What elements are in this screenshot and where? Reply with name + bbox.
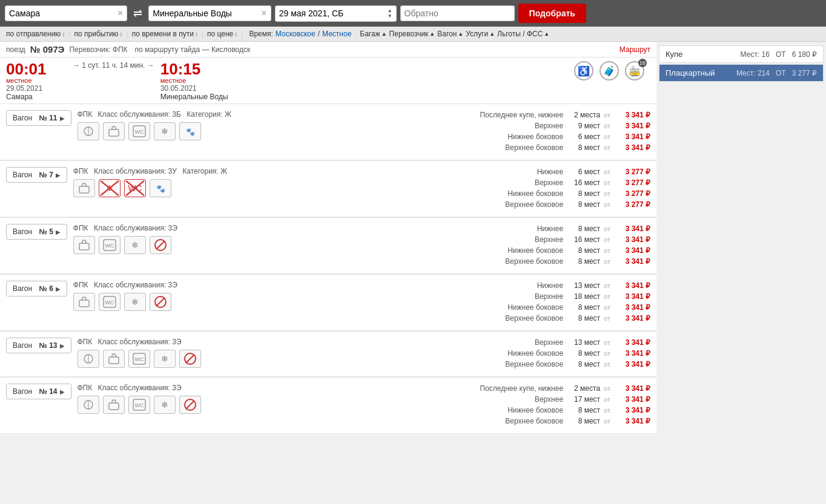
seat-from-label-w14-3: от: [604, 417, 610, 425]
carrier-label: Перевозчик: [389, 30, 429, 38]
departure-city: Самара: [6, 93, 67, 101]
seat-type-w7-1: Верхнее: [484, 178, 563, 187]
wagon-meta-w13: ФПК Класс обслуживания: 3Э: [78, 338, 451, 346]
seat-row-w14-1: Верхнее 17 мест от 3 341 ₽: [457, 394, 650, 404]
wagon-category-w11: Категория: Ж: [187, 110, 231, 119]
seat-from-label-w5-3: от: [604, 258, 610, 265]
seat-row-w5-2: Нижнее боковое 8 мест от 3 341 ₽: [457, 246, 650, 255]
seat-price-w7-0: 3 277 ₽: [614, 168, 650, 176]
carrier-filter[interactable]: Перевозчик ▲: [389, 30, 435, 38]
seat-count-w13-1: 8 мест: [567, 349, 600, 358]
arrival-date: 30.05.2021: [160, 84, 228, 93]
services-filter[interactable]: Услуги ▲: [466, 30, 495, 38]
departure-time: 00:01: [6, 61, 67, 77]
swap-btn[interactable]: ⇌: [131, 5, 145, 21]
svg-line-9: [101, 181, 119, 195]
date-up-btn[interactable]: ▲: [388, 8, 392, 13]
wagon-label-text: Вагон: [13, 114, 32, 122]
from-clear-btn[interactable]: ×: [117, 8, 123, 18]
wagon-icon-bag-1: [103, 350, 125, 368]
wagon-icon-plate-0: [78, 350, 99, 368]
wagon-btn-wrap-w6: Вагон № 6 ▶: [6, 281, 67, 296]
seat-price-w11-1: 3 341 ₽: [614, 122, 650, 130]
seat-count-w13-0: 13 мест: [567, 338, 600, 347]
wagon-button-w14[interactable]: Вагон № 14 ▶: [6, 384, 71, 399]
to-clear-btn[interactable]: ×: [261, 8, 266, 18]
wagon-meta-w11: ФПК Класс обслуживания: 3Б Категория: Ж: [78, 110, 451, 119]
wagon-section-w6: Вагон № 6 ▶ФПК Класс обслуживания: 3ЭWC❄…: [0, 274, 656, 331]
wagon-icon-no-smoke-4: [179, 350, 201, 368]
seat-type-w13-2: Верхнее боковое: [484, 360, 563, 368]
services-label: Услуги: [466, 30, 488, 38]
wagon-service-w13: Класс обслуживания: 3Э: [98, 338, 182, 346]
seat-type-w7-3: Верхнее боковое: [484, 200, 563, 209]
seat-price-w6-1: 3 341 ₽: [614, 292, 650, 301]
wagon-button-w11[interactable]: Вагон № 11 ▶: [6, 110, 71, 126]
sep2: |: [127, 30, 128, 38]
sep1: |: [68, 30, 70, 38]
seat-from-label-w13-1: от: [604, 350, 610, 357]
sep3: |: [202, 30, 203, 38]
seat-type-w11-2: Нижнее боковое: [484, 133, 563, 141]
seat-row-w5-0: Нижнее 8 мест от 3 341 ₽: [457, 224, 650, 234]
seat-type-w6-1: Верхнее: [484, 292, 563, 301]
sort-by-departure[interactable]: по отправлению ↕: [6, 30, 65, 38]
seat-row-w13-1: Нижнее боковое 8 мест от 3 341 ₽: [457, 349, 650, 358]
route-text: по маршруту тайда — Кисловодск: [135, 45, 251, 54]
svg-text:❄: ❄: [131, 240, 139, 250]
wagon-icon-no-snow-1: ❄: [99, 179, 121, 197]
wagon-button-w13[interactable]: Вагон № 13 ▶: [6, 338, 71, 353]
seat-type-w11-0: Последнее купе, нижнее: [480, 111, 564, 119]
wagon-icon-wc-1: WC: [99, 236, 121, 254]
seats-block-w11: Последнее купе, нижнее 2 места от 3 341 …: [457, 110, 650, 154]
search-button[interactable]: Подобрать: [518, 4, 586, 23]
benefits-filter[interactable]: Льготы / ФСС ▲: [497, 30, 549, 38]
svg-text:WC: WC: [105, 299, 114, 306]
wagon-num: № 6: [39, 284, 53, 293]
date-down-btn[interactable]: ▼: [388, 14, 392, 19]
seat-count-w6-1: 18 мест: [567, 292, 600, 301]
sort-by-price[interactable]: по цене ↕: [207, 30, 237, 38]
wagon-btn-wrap-w13: Вагон № 13 ▶: [6, 338, 71, 353]
seat-from-label-w6-2: от: [604, 304, 610, 311]
time-local-link[interactable]: Местное: [322, 30, 351, 38]
coupe-label: Купе: [666, 50, 682, 59]
seat-price-w6-2: 3 341 ₽: [614, 303, 650, 312]
coupe-from: ОТ: [776, 50, 786, 59]
sort-price-icon: ↕: [234, 31, 237, 38]
seat-row-w14-3: Верхнее боковое 8 мест от 3 341 ₽: [457, 416, 650, 426]
wagon-button-w7[interactable]: Вагон № 7 ▶: [6, 167, 67, 183]
wagon-icons-w11: WC❄🐾: [78, 122, 451, 140]
seat-count-w11-2: 6 мест: [567, 133, 600, 141]
seat-row-w11-1: Верхнее 9 мест от 3 341 ₽: [457, 121, 650, 131]
back-input[interactable]: [405, 8, 510, 18]
seat-row-w14-0: Последнее купе, нижнее 2 места от 3 341 …: [457, 384, 650, 393]
svg-text:❄: ❄: [161, 400, 168, 410]
to-input[interactable]: [153, 8, 259, 18]
platzcard-price: 3 277 ₽: [792, 69, 817, 77]
seat-price-w5-2: 3 341 ₽: [614, 246, 650, 255]
baggage-filter[interactable]: Багаж ▲: [360, 30, 386, 38]
sort-by-arrival[interactable]: по прибытию ↕: [74, 30, 123, 38]
route-link[interactable]: Маршрут: [620, 45, 650, 54]
seat-price-w5-0: 3 341 ₽: [614, 224, 650, 233]
seat-type-w11-1: Верхнее: [484, 122, 563, 130]
seat-from-label-w14-2: от: [604, 407, 610, 414]
seat-type-w6-3: Верхнее боковое: [484, 314, 563, 322]
wagon-num: № 5: [39, 227, 53, 236]
wagon-button-w6[interactable]: Вагон № 6 ▶: [6, 281, 67, 296]
date-input[interactable]: [279, 8, 385, 18]
time-moscow-link[interactable]: Московское: [276, 30, 316, 38]
seat-price-w6-3: 3 341 ₽: [614, 314, 650, 322]
wagon-icon-wc-2: WC: [128, 122, 150, 140]
wagon-button-w5[interactable]: Вагон № 5 ▶: [6, 224, 67, 240]
seat-from-label-w7-3: от: [604, 201, 610, 208]
from-input[interactable]: [9, 8, 115, 18]
wagon-filter[interactable]: Вагон ▲: [437, 30, 463, 38]
coupe-seats: Мест: 16: [741, 50, 770, 59]
wagon-meta-w6: ФПК Класс обслуживания: 3Э: [73, 281, 451, 289]
wagon-num: № 11: [39, 114, 57, 122]
sort-by-duration[interactable]: по времени в пути ↕: [132, 30, 198, 38]
wagon-icons-w13: WC❄: [78, 350, 451, 368]
seat-from-label-w11-1: от: [604, 122, 610, 129]
